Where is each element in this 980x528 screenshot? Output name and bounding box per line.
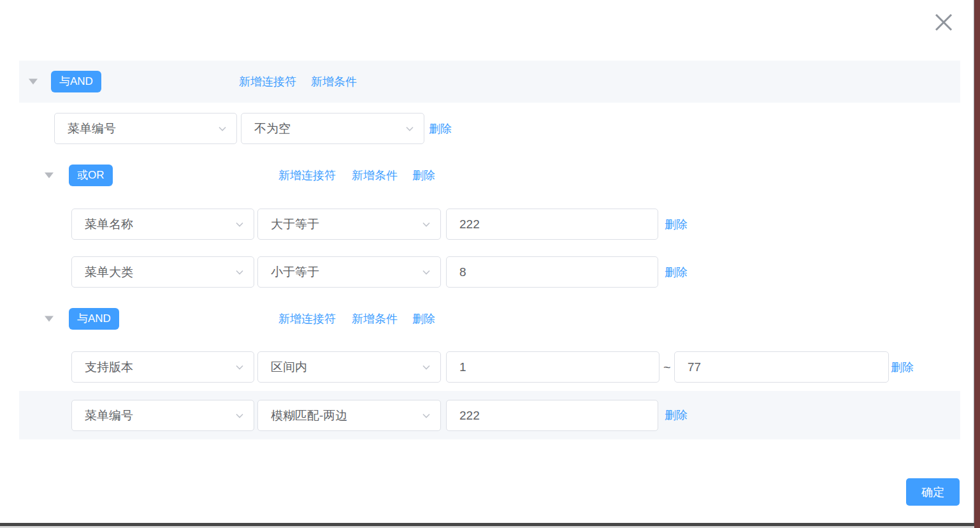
chevron-down-icon	[234, 267, 245, 277]
delete-condition-link[interactable]: 删除	[665, 407, 688, 423]
field-select-value: 菜单编号	[68, 121, 116, 137]
delete-condition-link[interactable]: 删除	[665, 217, 688, 232]
field-select[interactable]: 菜单名称	[71, 209, 254, 240]
connector-badge-and[interactable]: 与AND	[69, 308, 119, 330]
field-select-value: 菜单大类	[85, 264, 133, 281]
value-input[interactable]	[446, 209, 658, 240]
chevron-down-icon	[405, 124, 415, 134]
connector-row-and-nested: 与AND 新增连接符 新增条件 删除	[0, 307, 974, 330]
chevron-down-icon	[234, 362, 245, 372]
chevron-down-icon	[217, 124, 227, 134]
value-input[interactable]	[446, 256, 658, 288]
field-select-value: 支持版本	[85, 359, 133, 376]
add-connector-link[interactable]: 新增连接符	[278, 168, 336, 183]
operator-select-value: 小于等于	[271, 264, 319, 281]
add-connector-link[interactable]: 新增连接符	[278, 311, 336, 326]
field-select[interactable]: 支持版本	[71, 351, 254, 383]
operator-select-value: 区间内	[271, 359, 307, 376]
operator-select-value: 不为空	[254, 121, 291, 137]
query-builder-dialog: 与AND 新增连接符 新增条件 菜单编号 不为空 删除 或OR 新增连接符 新增…	[0, 0, 974, 523]
range-separator: ~	[663, 360, 671, 374]
delete-connector-link[interactable]: 删除	[412, 168, 435, 183]
chevron-down-icon	[234, 219, 245, 230]
add-condition-link[interactable]: 新增条件	[352, 311, 398, 326]
field-select[interactable]: 菜单大类	[71, 256, 254, 288]
operator-select-value: 大于等于	[271, 216, 319, 233]
chevron-down-icon	[421, 267, 431, 277]
add-condition-link[interactable]: 新增条件	[352, 168, 398, 183]
delete-condition-link[interactable]: 删除	[891, 360, 914, 375]
close-icon	[933, 11, 955, 33]
delete-connector-link[interactable]: 删除	[412, 311, 435, 326]
chevron-down-icon	[421, 411, 431, 421]
confirm-button[interactable]: 确定	[906, 478, 960, 506]
operator-select[interactable]: 不为空	[241, 113, 424, 144]
operator-select-value: 模糊匹配-两边	[271, 407, 347, 424]
operator-select[interactable]: 小于等于	[257, 256, 441, 288]
condition-row-highlighted: 菜单编号 模糊匹配-两边 删除	[19, 391, 960, 439]
add-connector-link[interactable]: 新增连接符	[239, 74, 296, 89]
operator-select[interactable]: 大于等于	[257, 209, 441, 240]
condition-row: 菜单编号 不为空 删除	[0, 113, 974, 144]
operator-select[interactable]: 模糊匹配-两边	[257, 400, 441, 431]
collapse-caret-icon[interactable]	[29, 79, 38, 85]
field-select-value: 菜单名称	[85, 216, 133, 233]
delete-condition-link[interactable]: 删除	[429, 121, 452, 136]
delete-condition-link[interactable]: 删除	[665, 265, 688, 280]
chevron-down-icon	[421, 362, 431, 372]
field-select-value: 菜单编号	[85, 407, 133, 424]
connector-row-root-and: 与AND 新增连接符 新增条件	[19, 61, 960, 103]
collapse-caret-icon[interactable]	[45, 316, 54, 322]
close-button[interactable]	[932, 10, 956, 34]
condition-row: 菜单大类 小于等于 删除	[0, 256, 974, 288]
connector-badge-and[interactable]: 与AND	[51, 71, 101, 92]
chevron-down-icon	[421, 219, 431, 230]
add-condition-link[interactable]: 新增条件	[311, 74, 357, 89]
collapse-caret-icon[interactable]	[45, 173, 54, 179]
condition-row: 菜单名称 大于等于 删除	[0, 209, 974, 240]
range-from-input[interactable]	[446, 351, 659, 383]
operator-select[interactable]: 区间内	[257, 351, 441, 383]
range-to-input[interactable]	[674, 351, 889, 383]
condition-row-range: 支持版本 区间内 ~ 删除	[0, 351, 974, 383]
chevron-down-icon	[234, 411, 245, 421]
connector-row-or: 或OR 新增连接符 新增条件 删除	[0, 164, 974, 187]
field-select[interactable]: 菜单编号	[71, 400, 254, 431]
value-input[interactable]	[446, 400, 658, 431]
connector-badge-or[interactable]: 或OR	[69, 165, 113, 186]
field-select[interactable]: 菜单编号	[54, 113, 237, 144]
